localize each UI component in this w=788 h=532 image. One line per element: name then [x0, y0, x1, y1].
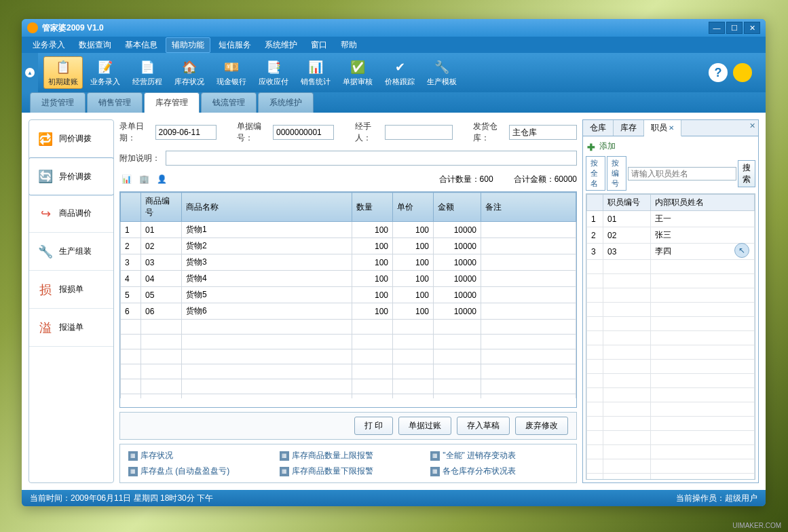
table-row[interactable]: 404货物410010010000	[121, 271, 576, 287]
table-row[interactable]	[587, 331, 755, 345]
menu-item[interactable]: 短信服务	[213, 38, 257, 52]
table-row[interactable]	[587, 388, 755, 402]
grid-header[interactable]: 商品名称	[182, 193, 352, 222]
quick-link[interactable]: ▦各仓库存分布状况表	[430, 466, 568, 477]
menu-item[interactable]: 系统维护	[259, 38, 303, 52]
quick-link[interactable]: ▦"全能" 进销存变动表	[430, 450, 568, 461]
table-row[interactable]: 202张三	[587, 227, 755, 244]
sidebar-item[interactable]: 🔁同价调拨	[29, 120, 113, 158]
table-row[interactable]: 303货物310010010000	[121, 254, 576, 271]
toolbar-button[interactable]: 📑应收应付	[254, 56, 293, 89]
menu-item[interactable]: 业务录入	[27, 38, 71, 52]
table-row[interactable]	[121, 349, 576, 364]
table-row[interactable]	[587, 303, 755, 317]
table-row[interactable]	[121, 394, 576, 399]
draft-button[interactable]: 存入草稿	[457, 417, 510, 435]
main-tab[interactable]: 销售管理	[87, 92, 143, 113]
panel-tab[interactable]: 职员✕	[644, 120, 681, 136]
filter-fullname-button[interactable]: 按全名	[586, 156, 605, 191]
table-row[interactable]	[587, 459, 755, 474]
table-row[interactable]	[587, 431, 755, 445]
brand-logo-icon[interactable]	[733, 63, 752, 82]
panel-close-icon[interactable]: ✕	[747, 121, 757, 131]
table-row[interactable]: 505货物510010010000	[121, 287, 576, 303]
grid-header[interactable]: 备注	[481, 193, 576, 222]
table-row[interactable]: 101货物110010010000	[121, 222, 576, 238]
table-row[interactable]	[587, 317, 755, 331]
sidebar-item[interactable]: 🔄异价调拨	[29, 157, 114, 195]
table-row[interactable]: 606货物610010010000	[121, 303, 576, 320]
table-row[interactable]	[587, 474, 755, 480]
grid-header[interactable]: 商品编号	[141, 193, 182, 222]
sidebar-item[interactable]: 🔧生产组装	[29, 233, 113, 271]
quick-link[interactable]: ▦库存商品数量下限报警	[280, 466, 417, 477]
filter-code-button[interactable]: 按编号	[607, 156, 626, 191]
grid-header[interactable]: 单价	[393, 193, 434, 222]
grid-header[interactable]: 职员编号	[603, 195, 651, 211]
toolbar-button[interactable]: ✅单据审核	[338, 56, 377, 89]
panel-tab[interactable]: 库存	[614, 120, 644, 136]
panel-tab[interactable]: 仓库	[583, 120, 614, 136]
toolbar-button[interactable]: 📝业务录入	[86, 56, 125, 89]
sidebar-item[interactable]: ↪商品调价	[29, 195, 113, 233]
main-tab[interactable]: 进货管理	[30, 92, 86, 113]
building-icon[interactable]: 🏢	[137, 172, 151, 186]
grid-icon[interactable]: 📊	[119, 172, 133, 186]
table-row[interactable]	[587, 360, 755, 374]
table-row[interactable]: 303李四	[587, 244, 755, 260]
discard-button[interactable]: 废弃修改	[515, 417, 568, 435]
grid-header[interactable]	[121, 193, 141, 222]
docno-input[interactable]	[273, 125, 334, 140]
table-row[interactable]	[587, 345, 755, 360]
toolbar-button[interactable]: ✔价格跟踪	[380, 56, 419, 89]
search-button[interactable]: 搜索	[738, 160, 755, 187]
table-row[interactable]: 202货物210010010000	[121, 238, 576, 254]
main-tab[interactable]: 系统维护	[258, 92, 314, 113]
sidebar-item[interactable]: 损报损单	[29, 271, 113, 309]
handler-input[interactable]	[385, 125, 453, 140]
titlebar[interactable]: 管家婆2009 V1.0 — ☐ ✕	[22, 19, 766, 37]
table-row[interactable]	[587, 417, 755, 431]
toolbar-button[interactable]: 📊销售统计	[296, 56, 335, 89]
toolbar-button[interactable]: 💴现金银行	[212, 56, 251, 89]
grid-header[interactable]: 数量	[352, 193, 393, 222]
table-row[interactable]	[587, 445, 755, 459]
person-icon[interactable]: 👤	[155, 172, 168, 186]
toolbar-button[interactable]: 🏠库存状况	[170, 56, 209, 89]
main-tab[interactable]: 库存管理	[144, 92, 200, 113]
toolbar-button[interactable]: 📋初期建账	[43, 56, 83, 89]
table-row[interactable]: 101王一	[587, 211, 755, 227]
scroll-arrow-icon[interactable]: ↖	[734, 243, 749, 258]
quick-link[interactable]: ▦库存商品数量上限报警	[280, 450, 417, 461]
quick-link[interactable]: ▦库存盘点 (自动盘盈盘亏)	[128, 466, 266, 477]
table-row[interactable]	[587, 374, 755, 388]
table-row[interactable]	[587, 402, 755, 417]
menu-item[interactable]: 辅助功能	[166, 37, 210, 53]
table-row[interactable]	[587, 274, 755, 288]
menu-item[interactable]: 窗口	[305, 38, 333, 52]
table-row[interactable]	[121, 379, 576, 394]
close-button[interactable]: ✕	[744, 22, 760, 34]
print-button[interactable]: 打 印	[354, 417, 393, 435]
main-tab[interactable]: 钱流管理	[201, 92, 257, 113]
grid-header[interactable]: 金额	[434, 193, 481, 222]
minimize-button[interactable]: —	[709, 22, 725, 34]
table-row[interactable]	[587, 288, 755, 303]
toolbar-button[interactable]: 📄经营历程	[128, 56, 167, 89]
employee-grid[interactable]: 职员编号内部职员姓名101王一202张三303李四	[586, 194, 755, 480]
toolbar-collapse-button[interactable]: ▲	[22, 53, 38, 92]
tab-close-icon[interactable]: ✕	[669, 124, 674, 132]
goods-grid[interactable]: 商品编号商品名称数量单价金额备注101货物110010010000202货物21…	[119, 191, 577, 408]
table-row[interactable]	[121, 320, 576, 335]
maximize-button[interactable]: ☐	[726, 22, 743, 34]
date-input[interactable]	[155, 125, 217, 140]
table-row[interactable]	[587, 260, 755, 274]
menu-item[interactable]: 数据查询	[73, 38, 117, 52]
table-row[interactable]	[121, 335, 576, 349]
grid-header[interactable]	[587, 195, 603, 211]
table-row[interactable]	[121, 364, 576, 379]
note-input[interactable]	[166, 151, 577, 166]
employee-search-input[interactable]	[628, 167, 736, 180]
menu-item[interactable]: 基本信息	[119, 38, 163, 52]
add-button[interactable]: ✚ 添加	[586, 139, 755, 153]
